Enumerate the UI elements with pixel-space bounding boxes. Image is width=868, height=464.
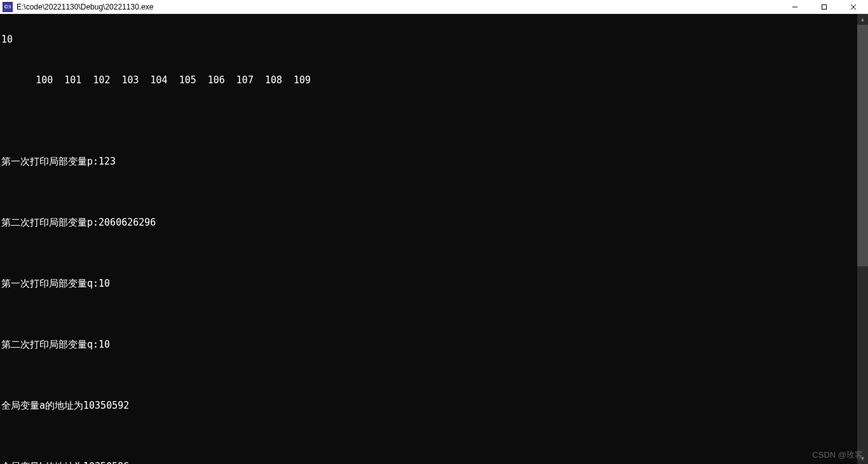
output-line: 全局变量b的地址为10350596	[1, 461, 867, 464]
output-value: 101	[64, 75, 81, 85]
output-value: 106	[208, 75, 225, 85]
window-title: E:\code\20221130\Debug\20221130.exe	[17, 3, 154, 11]
output-line: 第一次打印局部变量p:123	[1, 156, 867, 167]
titlebar-left: C:\ E:\code\20221130\Debug\20221130.exe	[3, 2, 154, 12]
output-line: 第一次打印局部变量q:10	[1, 278, 867, 289]
output-blank	[1, 248, 867, 258]
output-value: 108	[265, 75, 282, 85]
scroll-thumb[interactable]	[857, 25, 868, 266]
window-controls	[780, 0, 868, 13]
app-icon: C:\	[3, 2, 13, 12]
console-area[interactable]: 10 100101102103104105106107108109 第一次打印局…	[0, 14, 868, 464]
output-blank	[1, 116, 867, 126]
maximize-button[interactable]	[810, 0, 839, 14]
output-line: 第二次打印局部变量q:10	[1, 339, 867, 350]
output-value: 100	[36, 75, 53, 85]
minimize-button[interactable]	[780, 0, 810, 14]
watermark: CSDN @玫客	[812, 450, 863, 460]
output-value: 104	[151, 75, 168, 85]
output-blank	[1, 309, 867, 319]
output-value: 109	[294, 75, 311, 85]
output-value: 107	[236, 75, 254, 85]
output-blank	[1, 370, 867, 380]
output-blank	[1, 431, 867, 441]
output-line: 10	[1, 34, 867, 44]
vertical-scrollbar[interactable]: ▲ ▼	[857, 14, 868, 464]
console-content: 10 100101102103104105106107108109 第一次打印局…	[0, 14, 868, 464]
titlebar: C:\ E:\code\20221130\Debug\20221130.exe	[0, 0, 868, 14]
output-number-row: 100101102103104105106107108109	[1, 65, 867, 95]
svg-rect-1	[822, 5, 827, 10]
output-line: 全局变量a的地址为10350592	[1, 400, 867, 411]
output-value: 103	[121, 75, 139, 85]
output-value: 102	[93, 75, 110, 85]
scroll-up-arrow-icon[interactable]: ▲	[857, 14, 868, 25]
close-button[interactable]	[839, 0, 868, 14]
output-line: 第二次打印局部变量p:2060626296	[1, 217, 867, 228]
output-blank	[1, 187, 867, 197]
output-value: 105	[179, 75, 196, 85]
